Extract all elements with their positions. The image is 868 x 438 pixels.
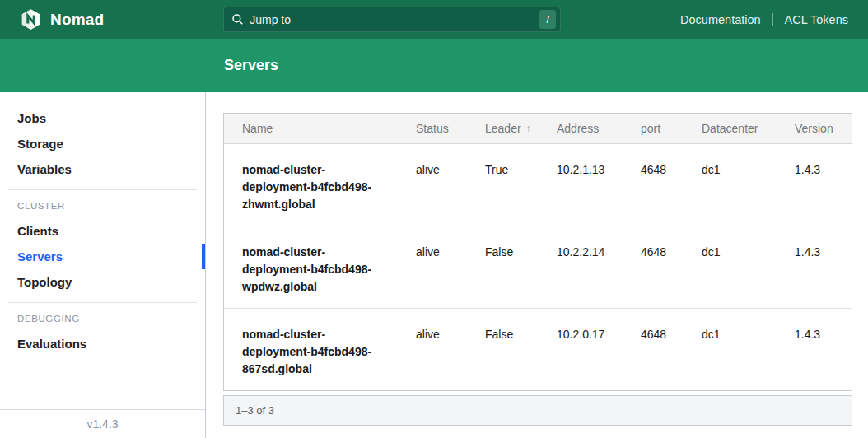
server-name: nomad-cluster-deployment-b4fcbd498-867sd… xyxy=(224,326,416,378)
column-header-address[interactable]: Address xyxy=(557,114,641,143)
sidebar-item-evaluations[interactable]: Evaluations xyxy=(0,331,205,356)
sidebar-divider xyxy=(8,302,197,303)
acl-tokens-link[interactable]: ACL Tokens xyxy=(785,13,848,26)
server-status: alive xyxy=(416,326,485,378)
server-name: nomad-cluster-deployment-b4fcbd498-zhwmt… xyxy=(224,161,416,213)
sort-ascending-icon: ↑ xyxy=(526,123,531,134)
sidebar-item-servers[interactable]: Servers xyxy=(0,244,205,269)
page-header: Servers xyxy=(0,39,868,92)
server-port: 4648 xyxy=(641,161,702,213)
search-input[interactable] xyxy=(250,13,539,26)
server-datacenter: dc1 xyxy=(702,244,795,296)
sidebar-footer: v1.4.3 xyxy=(0,409,205,438)
table-row[interactable]: nomad-cluster-deployment-b4fcbd498-wpdwz… xyxy=(224,226,852,308)
server-name: nomad-cluster-deployment-b4fcbd498-wpdwz… xyxy=(224,244,416,296)
link-divider xyxy=(772,13,773,26)
jump-to-search[interactable]: / xyxy=(223,7,561,32)
documentation-link[interactable]: Documentation xyxy=(680,13,761,26)
server-status: alive xyxy=(416,244,485,296)
version-label: v1.4.3 xyxy=(86,417,118,431)
server-port: 4648 xyxy=(641,244,702,296)
nomad-home-link[interactable]: Nomad xyxy=(20,8,104,30)
server-port: 4648 xyxy=(641,326,702,378)
server-version: 1.4.3 xyxy=(795,161,852,213)
table-row[interactable]: nomad-cluster-deployment-b4fcbd498-867sd… xyxy=(224,308,852,390)
server-address: 10.2.0.17 xyxy=(557,326,641,378)
content-area: Jobs Storage Variables CLUSTER Clients S… xyxy=(0,92,868,438)
server-version: 1.4.3 xyxy=(795,326,852,378)
sidebar-item-label: Servers xyxy=(17,249,63,263)
server-address: 10.2.1.13 xyxy=(557,161,641,213)
pagination-summary: 1–3 of 3 xyxy=(236,404,274,417)
page-title: Servers xyxy=(224,57,278,74)
server-version: 1.4.3 xyxy=(795,244,852,296)
brand-name: Nomad xyxy=(50,11,104,29)
column-header-leader[interactable]: Leader ↑ xyxy=(485,114,557,143)
column-header-datacenter[interactable]: Datacenter xyxy=(702,114,795,143)
server-status: alive xyxy=(416,161,485,213)
column-header-name[interactable]: Name xyxy=(224,114,416,143)
servers-table: Name Status Leader ↑ Address port Datace… xyxy=(223,113,852,391)
server-address: 10.2.2.14 xyxy=(557,244,641,296)
sidebar-section-debugging: DEBUGGING xyxy=(0,310,205,331)
top-navbar: Nomad / Documentation ACL Tokens xyxy=(0,0,868,39)
sidebar: Jobs Storage Variables CLUSTER Clients S… xyxy=(0,92,206,438)
sidebar-item-storage[interactable]: Storage xyxy=(0,131,205,156)
server-leader: True xyxy=(485,161,557,213)
server-datacenter: dc1 xyxy=(702,161,795,213)
server-datacenter: dc1 xyxy=(702,326,795,378)
active-indicator-bar xyxy=(202,244,205,269)
sidebar-item-topology[interactable]: Topology xyxy=(0,269,205,295)
server-leader: False xyxy=(485,326,557,378)
column-header-status[interactable]: Status xyxy=(416,114,485,143)
search-icon xyxy=(231,13,244,26)
column-header-version[interactable]: Version xyxy=(795,114,852,143)
sidebar-item-jobs[interactable]: Jobs xyxy=(0,105,205,131)
sidebar-divider xyxy=(8,189,197,190)
pagination-bar: 1–3 of 3 xyxy=(223,395,852,426)
server-leader: False xyxy=(485,244,557,296)
navbar-links: Documentation ACL Tokens xyxy=(680,13,848,26)
sidebar-item-clients[interactable]: Clients xyxy=(0,218,205,244)
main-panel: Name Status Leader ↑ Address port Datace… xyxy=(206,92,868,438)
table-row[interactable]: nomad-cluster-deployment-b4fcbd498-zhwmt… xyxy=(224,144,852,226)
nomad-logo-icon xyxy=(20,8,42,30)
sidebar-section-cluster: CLUSTER xyxy=(0,197,205,218)
sidebar-item-variables[interactable]: Variables xyxy=(0,156,205,182)
keyboard-shortcut-badge: / xyxy=(539,10,556,29)
navbar-center: / xyxy=(104,7,680,32)
column-header-port[interactable]: port xyxy=(641,114,702,143)
table-header-row: Name Status Leader ↑ Address port Datace… xyxy=(224,114,852,144)
